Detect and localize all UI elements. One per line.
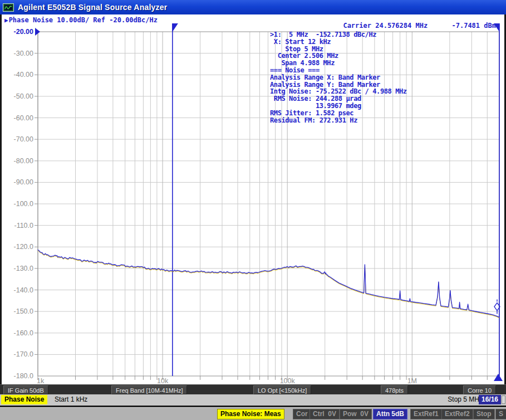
y-axis-tick-label: -70.00: [14, 135, 33, 143]
resize-corner: [502, 395, 505, 404]
taskbar-item-stop[interactable]: Stop: [473, 409, 495, 419]
taskbar-item-extref1[interactable]: ExtRef1: [410, 409, 442, 419]
marker-info-line: Analysis Range X: Band Marker: [270, 74, 407, 81]
y-axis-tick-label: -120.0: [14, 243, 33, 251]
measurement-status-bar: IF Gain 50dB Freq Band [10M-41MHz] LO Op…: [0, 384, 506, 394]
marker-info-line: >1: 5 MHz -152.7138 dBc/Hz: [270, 31, 407, 38]
marker-info-line: RMS Jitter: 1.582 psec: [270, 110, 407, 117]
app-icon: [3, 3, 14, 12]
y-axis-tick-label: -140.0: [14, 286, 33, 294]
window-title: Agilent E5052B Signal Source Analyzer: [18, 3, 167, 12]
y-axis-tick-label: -180.0: [14, 372, 33, 380]
memory-trace: [38, 251, 499, 318]
x-axis-tick-label: 10k: [157, 377, 169, 384]
sweep-count-badge: 16/16: [479, 395, 501, 404]
y-axis-tick-label: -170.0: [14, 350, 33, 358]
y-axis-tick-label: -100.0: [14, 200, 33, 208]
y-axis-tick-label: -30.00: [14, 50, 33, 57]
marker-info-readout[interactable]: >1: 5 MHz -152.7138 dBc/Hz X: Start 12 k…: [270, 31, 407, 124]
taskbar-item-truncated[interactable]: S: [495, 409, 506, 419]
phase-noise-plot[interactable]: -20.00-30.00-40.00-50.00-60.00-70.00-80.…: [0, 14, 506, 384]
taskbar-item-measurement[interactable]: Phase Noise: Meas: [217, 409, 284, 419]
y-axis-tick-label: -60.00: [14, 114, 33, 122]
taskbar-item-cor[interactable]: Cor: [293, 409, 311, 419]
y-axis-tick-label: -80.00: [14, 157, 33, 165]
taskbar-item-extref2[interactable]: ExtRef2: [441, 409, 473, 419]
instrument-screen: Agilent E5052B Signal Source Analyzer -2…: [0, 0, 506, 420]
taskbar-item-attenuator[interactable]: Attn 5dB: [373, 409, 407, 419]
points-status[interactable]: 478pts: [381, 385, 408, 394]
carrier-readout: Carrier 24.576284 MHz -7.7481 dBm◥: [2, 22, 499, 30]
sweep-start-label: Start 1 kHz: [55, 395, 87, 403]
if-gain-status[interactable]: IF Gain 50dB: [3, 385, 48, 394]
x-axis-tick-label: 100k: [280, 377, 296, 384]
correlation-status[interactable]: Corre 10: [463, 385, 496, 394]
taskbar-item-ctrl-voltage[interactable]: Ctrl 0V: [310, 409, 340, 419]
sweep-status-bar: Phase Noise Start 1 kHz Stop 5 MHz 16/16: [0, 394, 506, 406]
y-axis-tick-label: -50.00: [14, 92, 33, 100]
instrument-taskbar: Phase Noise: Meas Cor Ctrl 0V Pow 0V Att…: [0, 407, 506, 420]
marker-info-line: 13.9967 mdeg: [270, 102, 407, 110]
marker-flag-icon: ◥: [496, 23, 499, 29]
stimulus-marker-icon: [494, 374, 503, 381]
marker-info-line: === Noise ===: [270, 67, 407, 74]
y-axis-tick-label: -90.00: [14, 178, 33, 186]
chart-window: -20.00-30.00-40.00-50.00-60.00-70.00-80.…: [0, 14, 506, 384]
y-axis-tick-label: -40.00: [14, 71, 33, 79]
carrier-frequency: Carrier 24.576284 MHz: [343, 22, 428, 30]
lo-opt-status[interactable]: LO Opt [<150kHz]: [253, 385, 311, 394]
y-axis-tick-label: -130.0: [14, 265, 33, 272]
title-bar: Agilent E5052B Signal Source Analyzer: [0, 0, 506, 14]
freq-band-status[interactable]: Freq Band [10M-41MHz]: [111, 385, 187, 394]
y-axis-tick-label: -160.0: [14, 329, 33, 337]
sweep-stop-label: Stop 5 MHz: [448, 395, 483, 403]
carrier-power: -7.7481 dBm: [451, 22, 495, 30]
phase-noise-trace: [38, 250, 499, 317]
y-axis-tick-label: -150.0: [14, 307, 33, 315]
x-axis-tick-label: 1M: [407, 377, 417, 384]
marker-info-line: Residual FM: 272.931 Hz: [270, 117, 407, 124]
y-axis-tick-label: -110.0: [14, 222, 33, 229]
x-axis-tick-label: 1k: [37, 377, 45, 384]
active-measurement-badge[interactable]: Phase Noise: [1, 395, 47, 404]
taskbar-item-power-voltage[interactable]: Pow 0V: [340, 409, 372, 419]
marker-info-line: X: Start 12 kHz: [270, 38, 407, 46]
